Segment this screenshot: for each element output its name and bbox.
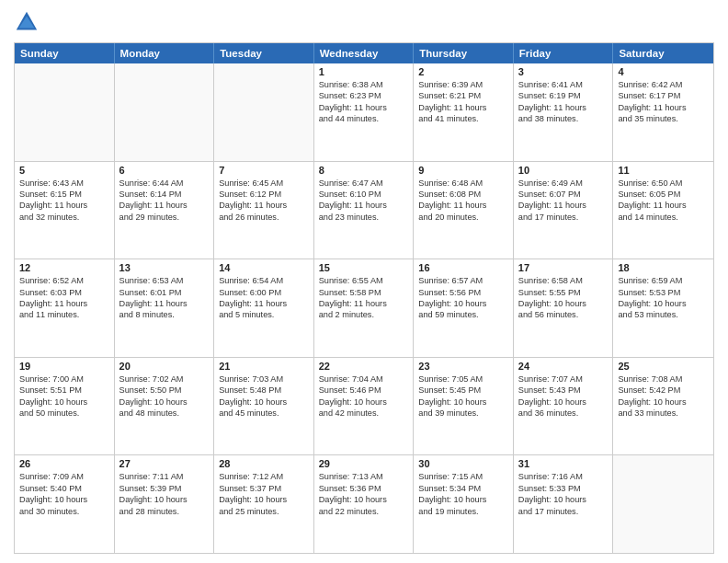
cell-line: Sunset: 5:46 PM [319,385,409,396]
cell-line: and 23 minutes. [319,212,409,223]
empty-cell [15,63,115,161]
cell-line: Sunrise: 6:54 AM [219,275,309,286]
cell-line: and 36 minutes. [518,408,609,419]
day-cell-24: 24Sunrise: 7:07 AMSunset: 5:43 PMDayligh… [514,358,614,455]
cell-line: and 56 minutes. [518,309,609,320]
calendar-row-4: 26Sunrise: 7:09 AMSunset: 5:40 PMDayligh… [15,454,713,553]
day-number: 13 [119,262,210,273]
logo-icon [14,9,40,35]
day-cell-1: 1Sunrise: 6:38 AMSunset: 6:23 PMDaylight… [314,63,415,161]
cell-line: Daylight: 11 hours [119,200,210,211]
day-number: 20 [119,361,210,372]
cell-line: Sunset: 6:07 PM [518,189,609,200]
cell-line: and 48 minutes. [119,408,210,419]
cell-line: Sunrise: 6:44 AM [119,178,210,189]
cell-line: Daylight: 10 hours [418,494,508,505]
day-number: 28 [219,458,309,469]
day-number: 14 [219,262,309,273]
cell-line: and 53 minutes. [618,309,709,320]
day-cell-23: 23Sunrise: 7:05 AMSunset: 5:45 PMDayligh… [414,358,514,455]
cell-line: Sunset: 6:00 PM [219,287,309,298]
cell-line: Daylight: 11 hours [219,200,309,211]
cell-line: and 45 minutes. [219,408,309,419]
weekday-sunday: Sunday [15,43,115,63]
day-number: 23 [418,361,508,372]
cell-line: Sunset: 6:14 PM [119,189,210,200]
cell-line: Sunset: 5:33 PM [518,483,609,494]
cell-line: Daylight: 10 hours [418,396,508,408]
logo [14,9,43,35]
day-cell-8: 8Sunrise: 6:47 AMSunset: 6:10 PMDaylight… [314,162,415,259]
day-cell-13: 13Sunrise: 6:53 AMSunset: 6:01 PMDayligh… [115,259,215,357]
cell-line: Sunset: 6:23 PM [319,90,409,101]
cell-line: and 8 minutes. [119,309,210,320]
day-cell-7: 7Sunrise: 6:45 AMSunset: 6:12 PMDaylight… [214,162,314,259]
cell-line: Sunrise: 6:45 AM [219,178,309,189]
cell-line: Sunset: 5:37 PM [219,483,309,494]
cell-line: and 38 minutes. [518,113,609,124]
empty-cell [115,63,215,161]
calendar-row-0: 1Sunrise: 6:38 AMSunset: 6:23 PMDaylight… [15,63,713,161]
cell-line: and 33 minutes. [618,408,709,419]
day-number: 9 [418,165,508,176]
cell-line: Daylight: 10 hours [518,494,609,505]
cell-line: Sunset: 5:36 PM [319,483,409,494]
cell-line: Daylight: 10 hours [19,494,109,505]
day-cell-11: 11Sunrise: 6:50 AMSunset: 6:05 PMDayligh… [613,162,713,259]
cell-line: Sunrise: 7:15 AM [418,471,508,482]
weekday-monday: Monday [115,43,215,63]
cell-line: Sunrise: 7:12 AM [219,471,309,482]
day-number: 4 [618,66,709,77]
cell-line: Sunset: 6:08 PM [418,189,508,200]
day-number: 3 [518,66,609,77]
cell-line: Sunset: 6:05 PM [618,189,709,200]
day-number: 30 [418,458,508,469]
cell-line: Daylight: 10 hours [119,494,210,505]
cell-line: Sunrise: 7:05 AM [418,373,508,385]
day-number: 27 [119,458,210,469]
cell-line: Daylight: 11 hours [19,298,109,309]
weekday-friday: Friday [514,43,614,63]
weekday-thursday: Thursday [414,43,514,63]
cell-line: Sunrise: 7:13 AM [319,471,409,482]
cell-line: Sunrise: 6:49 AM [518,178,609,189]
cell-line: and 26 minutes. [219,212,309,223]
cell-line: Daylight: 11 hours [618,200,709,211]
day-number: 7 [219,165,309,176]
day-number: 24 [518,361,609,372]
cell-line: Sunset: 6:15 PM [19,189,109,200]
cell-line: Daylight: 10 hours [319,494,409,505]
cell-line: Sunset: 5:53 PM [618,287,709,298]
cell-line: Sunset: 6:01 PM [119,287,210,298]
day-cell-14: 14Sunrise: 6:54 AMSunset: 6:00 PMDayligh… [214,259,314,357]
day-number: 5 [19,165,109,176]
day-number: 10 [518,165,609,176]
day-cell-5: 5Sunrise: 6:43 AMSunset: 6:15 PMDaylight… [15,162,115,259]
cell-line: Daylight: 11 hours [219,298,309,309]
day-number: 21 [219,361,309,372]
cell-line: Sunrise: 6:47 AM [319,178,409,189]
cell-line: Sunrise: 6:38 AM [319,79,409,90]
day-number: 19 [19,361,109,372]
cell-line: Daylight: 11 hours [119,298,210,309]
calendar: SundayMondayTuesdayWednesdayThursdayFrid… [14,42,714,554]
header [14,9,714,35]
calendar-row-1: 5Sunrise: 6:43 AMSunset: 6:15 PMDaylight… [15,161,713,259]
day-number: 22 [319,361,409,372]
cell-line: Daylight: 10 hours [618,396,709,408]
empty-cell [613,455,713,553]
cell-line: Sunset: 5:55 PM [518,287,609,298]
cell-line: Sunrise: 6:48 AM [418,178,508,189]
cell-line: and 14 minutes. [618,212,709,223]
cell-line: Sunset: 6:10 PM [319,189,409,200]
cell-line: Daylight: 11 hours [418,200,508,211]
cell-line: Sunrise: 7:03 AM [219,373,309,385]
weekday-saturday: Saturday [613,43,713,63]
cell-line: and 39 minutes. [418,408,508,419]
day-cell-22: 22Sunrise: 7:04 AMSunset: 5:46 PMDayligh… [314,358,415,455]
cell-line: Sunrise: 6:53 AM [119,275,210,286]
cell-line: Daylight: 10 hours [518,298,609,309]
cell-line: and 2 minutes. [319,309,409,320]
day-cell-27: 27Sunrise: 7:11 AMSunset: 5:39 PMDayligh… [115,455,215,553]
cell-line: and 35 minutes. [618,113,709,124]
